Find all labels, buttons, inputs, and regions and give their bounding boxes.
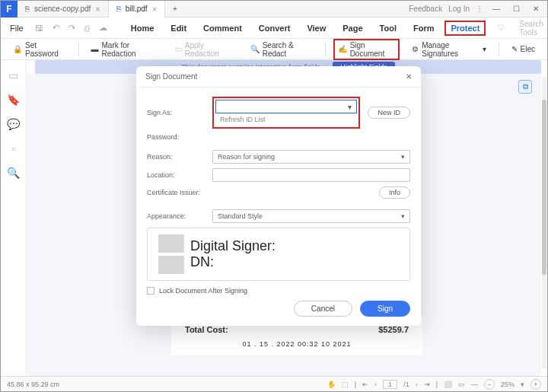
new-tab-button[interactable]: + [165,1,185,18]
signature-preview: Digital Signer:DN: [147,228,410,281]
new-id-button[interactable]: New ID [368,107,410,119]
hand-icon[interactable]: ✋ [327,381,336,388]
accessibility-icon[interactable]: ⧉ [518,80,532,94]
undo-icon[interactable]: ↶ [50,23,62,33]
menu-protect[interactable]: Protect [444,21,486,36]
print-icon[interactable]: ⎙ [82,24,92,33]
fit-window-icon[interactable]: ⬜ [444,381,452,388]
signature-icon: ✍ [338,45,347,53]
minimize-icon[interactable]: — [489,5,503,13]
apply-redaction-button: ▭Apply Redaction [170,39,238,60]
menu-form[interactable]: Form [407,21,441,36]
total-label: Total Cost: [185,325,228,334]
doc-date: 01 . 15 . 2022 00:32 10 2021 [185,340,409,348]
chevron-down-icon: ▾ [401,153,405,161]
menu-edit[interactable]: Edit [164,21,193,36]
sign-as-group: ▾ Refresh ID List [212,97,360,129]
total-value: $5259.7 [378,325,409,334]
attachment-icon[interactable]: ▫ [11,142,15,155]
last-page-icon[interactable]: ⇥ [424,381,430,388]
sign-document-button[interactable]: ✍Sign Document [333,39,400,60]
close-icon[interactable]: × [152,5,157,14]
chevron-down-icon: ▾ [401,212,405,220]
next-page-icon[interactable]: › [416,381,418,388]
menu-home[interactable]: Home [125,21,161,36]
prev-page-icon[interactable]: ‹ [374,381,377,388]
dialog-title: Sign Document [145,72,197,81]
close-icon[interactable]: ✕ [406,72,412,81]
zoom-out-icon[interactable]: − [484,379,495,390]
login-link[interactable]: Log In [448,5,470,13]
placeholder-rect [158,256,184,274]
thumbnails-icon[interactable]: ▭ [8,69,18,81]
close-icon[interactable]: × [95,5,100,14]
placeholder-rect [158,234,184,253]
more-icon[interactable]: ⋮ [476,5,483,13]
marker-icon: ▬ [91,45,99,53]
lock-document-checkbox[interactable]: Lock Document After Signing [147,287,410,295]
chevron-down-icon: ▾ [348,103,352,111]
appearance-dropdown[interactable]: Standard Style▾ [212,209,410,223]
dimensions-label: 45.86 x 95.29 cm [7,381,59,388]
location-label: Location: [147,171,205,179]
vertical-scrollbar[interactable] [542,77,546,368]
electronic-button[interactable]: ✎Elec [507,43,540,56]
maximize-icon[interactable]: ☐ [509,5,523,13]
chevron-down-icon: ▾ [483,45,486,53]
password-label: Password: [147,133,205,141]
chevron-down-icon[interactable]: ▾ [521,381,524,388]
scroll-thumb[interactable] [542,100,546,275]
menu-tool[interactable]: Tool [374,21,403,36]
search-icon: 🔍 [250,45,260,53]
bookmark-icon[interactable]: 🔖 [7,94,20,106]
select-icon[interactable]: ⬚ [342,381,349,388]
sign-document-dialog: Sign Document ✕ Sign As: ▾ Refresh ID Li… [136,66,421,326]
reason-label: Reason: [147,153,205,161]
app-icon: F [1,1,18,18]
file-menu[interactable]: File [5,24,28,33]
appearance-label: Appearance: [147,212,205,220]
title-bar: F ⎘ science-copy.pdf × ⎘ bill.pdf × + Fe… [1,1,547,18]
fit-width-icon[interactable]: ▭ [458,381,465,388]
lock-label: Lock Document After Signing [159,287,247,295]
pen-icon: ✎ [511,45,518,53]
refresh-id-link[interactable]: Refresh ID List [215,113,357,126]
menu-convert[interactable]: Convert [253,21,297,36]
cloud-icon[interactable]: ☁ [97,23,110,33]
search-icon[interactable]: 🔍 [7,167,20,179]
sign-button[interactable]: Sign [360,301,410,317]
manage-signatures-button[interactable]: ⚙Manage Signatures ▾ [407,39,490,60]
page-input[interactable]: 1 [383,380,397,389]
search-redact-button[interactable]: 🔍Search & Redact [246,39,317,60]
pdf-icon: ⎘ [25,5,30,13]
cancel-button[interactable]: Cancel [294,301,352,317]
info-button[interactable]: Info [379,186,410,199]
cert-issuer-label: Certificate Issuer: [147,189,205,196]
tab-science[interactable]: ⎘ science-copy.pdf × [18,1,109,18]
close-window-icon[interactable]: ✕ [529,5,543,13]
bulb-icon[interactable]: ♡ [495,23,507,33]
save-icon[interactable]: 🖫 [33,24,46,33]
menu-page[interactable]: Page [336,21,368,36]
sign-as-dropdown[interactable]: ▾ [215,100,357,113]
zoom-value[interactable]: 25% [501,381,515,388]
zoom-in-icon[interactable]: + [530,379,541,390]
feedback-link[interactable]: Feedback [409,5,442,13]
comment-icon[interactable]: 💬 [7,118,20,130]
redo-icon[interactable]: ↷ [66,23,78,33]
tab-label: science-copy.pdf [34,5,91,13]
menu-view[interactable]: View [301,21,332,36]
location-input[interactable] [212,168,410,182]
pdf-icon: ⎘ [116,5,121,13]
page-total: /1 [403,381,409,388]
set-password-button[interactable]: 🔒Set Password [8,39,71,60]
first-page-icon[interactable]: ⇤ [362,381,368,388]
search-tools[interactable]: Search Tools [511,20,548,37]
left-sidebar: ▭ 🔖 💬 ▫ 🔍 [1,60,27,376]
reason-dropdown[interactable]: Reason for signing▾ [212,150,410,164]
protect-toolbar: 🔒Set Password ▬Mark for Redaction ▭Apply… [1,39,547,60]
menu-bar: File 🖫 ↶ ↷ ⎙ ☁ Home Edit Comment Convert… [1,18,547,39]
menu-comment[interactable]: Comment [197,21,248,36]
mark-redaction-button[interactable]: ▬Mark for Redaction [87,39,163,60]
tab-bill[interactable]: ⎘ bill.pdf × [109,1,165,18]
